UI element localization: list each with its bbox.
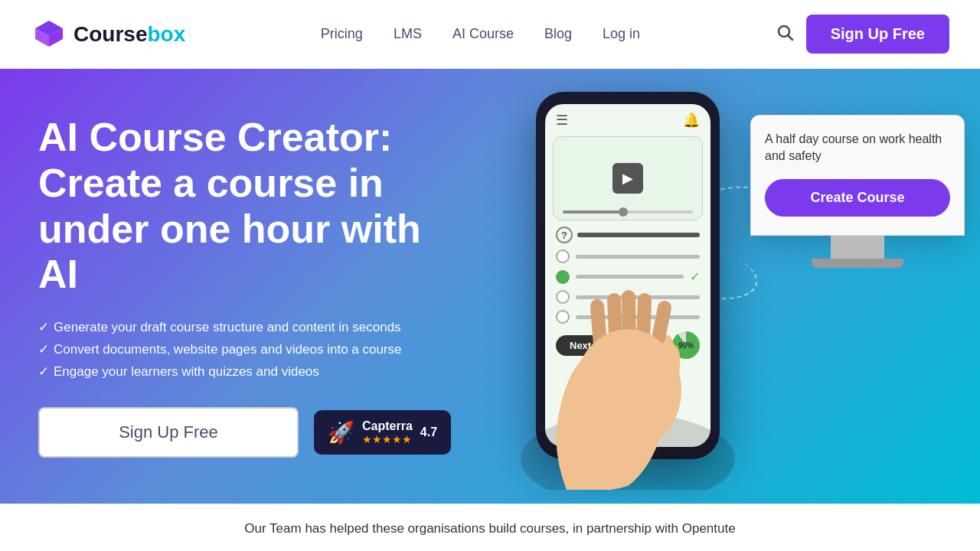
search-button[interactable] [776, 23, 794, 46]
hero-left: AI Course Creator: Create a course in un… [0, 69, 459, 504]
nav-item-lms[interactable]: LMS [394, 26, 422, 42]
hero-buttons: Sign Up Free 🚀 Capterra ★★★★★ 4.7 [38, 407, 459, 458]
hero-features: ✓ Generate your draft course structure a… [38, 319, 459, 380]
play-button[interactable]: ▶ [612, 163, 643, 194]
svg-line-5 [788, 35, 792, 40]
desktop-base [812, 259, 903, 268]
capterra-icon: 🚀 [328, 420, 354, 445]
capterra-stars: ★★★★★ [362, 433, 413, 445]
hero-feature-1: ✓ Generate your draft course structure a… [38, 319, 459, 335]
hero-feature-2: ✓ Convert documents, website pages and v… [38, 341, 459, 357]
hero-section: AI Course Creator: Create a course in un… [0, 69, 980, 504]
phone-options: ✓ [553, 249, 703, 324]
desktop-stand [831, 236, 884, 259]
nav-item-ai-course[interactable]: AI Course [452, 26, 514, 42]
bottom-bar-text: Our Team has helped these organisations … [244, 521, 735, 536]
logo-text: Coursebox [74, 22, 185, 47]
question-icon: ? [556, 227, 573, 243]
create-course-button[interactable]: Create Course [765, 179, 950, 217]
hero-signup-button[interactable]: Sign Up Free [38, 407, 299, 458]
nav-item-pricing[interactable]: Pricing [321, 26, 363, 42]
logo[interactable]: Coursebox [31, 16, 185, 53]
nav-actions: Sign Up Free [776, 15, 949, 54]
capterra-name: Capterra [362, 419, 413, 433]
hero-feature-3: ✓ Engage your learners with quizzes and … [38, 364, 459, 380]
search-icon [776, 23, 794, 41]
capterra-rating: 4.7 [420, 425, 437, 439]
bottom-bar: Our Team has helped these organisations … [0, 504, 980, 551]
phone-video-area: ▶ [553, 136, 703, 220]
logo-icon [31, 16, 67, 53]
nav-links: Pricing LMS AI Course Blog Log in [321, 26, 640, 42]
phone-bell-icon: 🔔 [683, 112, 700, 129]
progress-circle: 90% [672, 331, 700, 359]
nav-item-login[interactable]: Log in [603, 26, 640, 42]
navbar-signup-button[interactable]: Sign Up Free [806, 15, 949, 54]
desktop-input-text: A half day course on work health and saf… [765, 131, 950, 165]
phone-next-button[interactable]: Next [556, 335, 605, 356]
phone-menu-icon: ☰ [556, 112, 568, 129]
phone-mockup: ☰ 🔔 ▶ ? [536, 92, 720, 459]
hero-right: ☰ 🔔 ▶ ? [429, 69, 980, 482]
desktop-mockup: A half day course on work health and saf… [750, 115, 965, 268]
nav-item-blog[interactable]: Blog [544, 26, 572, 42]
navbar: Coursebox Pricing LMS AI Course Blog Log… [0, 0, 980, 69]
capterra-badge: 🚀 Capterra ★★★★★ 4.7 [314, 410, 451, 455]
hero-title: AI Course Creator: Create a course in un… [38, 115, 459, 298]
